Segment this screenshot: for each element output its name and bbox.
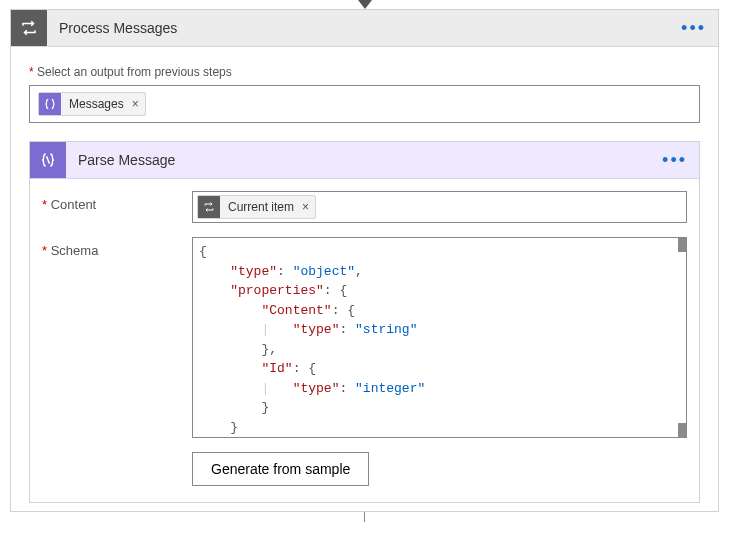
parse-message-body: * Content Current item [30, 179, 699, 502]
scrollbar-top-icon[interactable] [678, 238, 686, 252]
parse-message-header[interactable]: Parse Message ••• [30, 142, 699, 179]
flow-connector-line [364, 512, 365, 522]
current-item-token-remove[interactable]: × [302, 200, 315, 214]
current-item-token-label: Current item [220, 200, 302, 214]
schema-editor[interactable]: { "type": "object", "properties": { "Con… [192, 237, 687, 438]
process-messages-body: * Select an output from previous steps M… [11, 47, 718, 511]
select-output-field[interactable]: Messages × [29, 85, 700, 123]
parse-message-menu[interactable]: ••• [650, 150, 699, 171]
parse-json-icon [30, 142, 66, 178]
process-messages-header[interactable]: Process Messages ••• [11, 10, 718, 47]
scrollbar-bottom-icon[interactable] [678, 423, 686, 437]
process-messages-title: Process Messages [47, 20, 669, 36]
content-label: * Content [42, 191, 192, 212]
schema-label: * Schema [42, 237, 192, 258]
process-messages-menu[interactable]: ••• [669, 18, 718, 39]
parse-message-card: Parse Message ••• * Content [29, 141, 700, 503]
flow-arrow-into [358, 0, 372, 9]
current-item-token[interactable]: Current item × [197, 195, 316, 219]
parse-message-title: Parse Message [66, 152, 650, 168]
loop-icon [11, 10, 47, 46]
messages-token-label: Messages [61, 97, 132, 111]
select-output-label: * Select an output from previous steps [29, 65, 700, 79]
messages-token-remove[interactable]: × [132, 97, 145, 111]
process-messages-card: Process Messages ••• * Select an output … [10, 9, 719, 512]
loop-icon [198, 196, 220, 218]
content-field[interactable]: Current item × [192, 191, 687, 223]
generate-from-sample-button[interactable]: Generate from sample [192, 452, 369, 486]
dynamic-content-icon [39, 93, 61, 115]
messages-token[interactable]: Messages × [38, 92, 146, 116]
